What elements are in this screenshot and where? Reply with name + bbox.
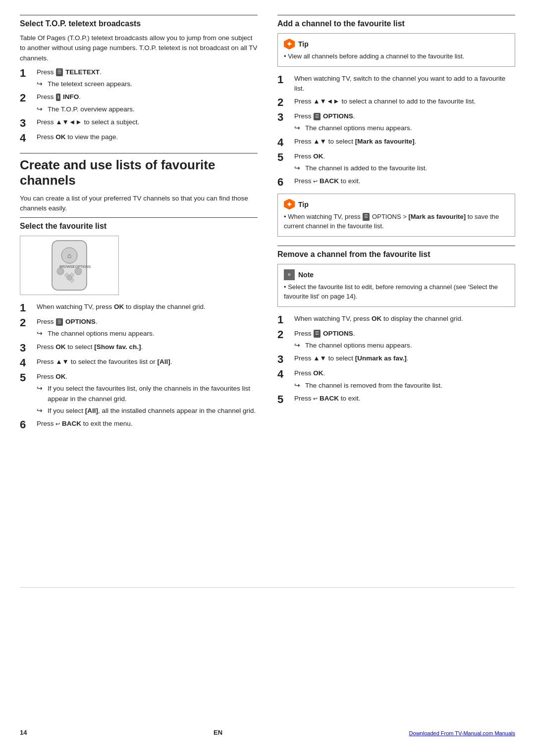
options-icon-tip2: ☰: [363, 213, 370, 221]
add-fav-step-4: 4 Press ▲▼ to select [Mark as favourite]…: [277, 137, 515, 149]
top-step-2: 2 Press ℹ INFO. ↪The T.O.P. overview app…: [20, 92, 258, 114]
rem-fav-step-2: 2 Press ☰ OPTIONS. ↪The channel options …: [277, 329, 515, 351]
top-step-2-sub: The T.O.P. overview appears.: [48, 104, 135, 114]
select-fav-title: Select the favourite list: [20, 222, 258, 231]
svg-point-5: [57, 268, 64, 275]
add-fav-step-5: 5 Press OK. ↪The channel is added to the…: [277, 151, 515, 174]
teletext-icon: ☰: [56, 68, 63, 76]
fav-channels-body: You can create a list of your preferred …: [20, 194, 258, 214]
svg-point-6: [75, 268, 82, 275]
rem-fav-step-4: 4 Press OK. ↪The channel is removed from…: [277, 368, 515, 391]
tip-icon-2: ✦: [284, 199, 295, 210]
sub-select-fav-list: Select the favourite list ⌂ BROWSE OPTIO…: [20, 217, 258, 431]
tip-box-2: ✦ Tip When watching TV, press ☰ OPTIONS …: [277, 194, 515, 237]
select-fav-steps: 1 When watching TV, press OK to display …: [20, 302, 258, 431]
note-box-title: ≡ Note: [284, 269, 509, 280]
rem-fav-step-5: 5 Press ↩ BACK to exit.: [277, 394, 515, 405]
sel-fav-step-1: 1 When watching TV, press OK to display …: [20, 302, 258, 314]
section-fav-channels: Create and use lists of favourite channe…: [20, 153, 258, 431]
add-fav-step-1: 1 When watching TV, switch to the channe…: [277, 74, 515, 94]
svg-text:⌂: ⌂: [67, 252, 71, 259]
add-fav-step-3: 3 Press ☰ OPTIONS. ↪The channel options …: [277, 111, 515, 134]
tip-icon-1: ✦: [284, 39, 295, 50]
note-box-text: Select the favourite list to edit, befor…: [284, 282, 509, 302]
svg-point-11: [67, 275, 72, 280]
section-add-fav: Add a channel to the favourite list ✦ Ti…: [277, 15, 515, 237]
sel-fav-step-5: 5 Press OK. ↪If you select the favourite…: [20, 372, 258, 416]
sel-fav-step-4: 4 Press ▲▼ to select the favourites list…: [20, 357, 258, 369]
divider-top: [20, 15, 258, 15]
section-top-title: Select T.O.P. teletext broadcasts: [20, 19, 258, 28]
section-top-body: Table Of Pages (T.O.P.) teletext broadca…: [20, 33, 258, 63]
top-step-4: 4 Press OK to view the page.: [20, 132, 258, 144]
note-box: ≡ Note Select the favourite list to edit…: [277, 264, 515, 307]
add-fav-step-6: 6 Press ↩ BACK to exit.: [277, 176, 515, 188]
top-step-1-sub: The teletext screen appears.: [48, 79, 132, 89]
section-remove-fav: Remove a channel from the favourite list…: [277, 246, 515, 406]
divider-remove-fav: [277, 246, 515, 246]
tip-box-1-text: View all channels before adding a channe…: [284, 51, 509, 61]
remove-fav-title: Remove a channel from the favourite list: [277, 250, 515, 259]
options-icon-right3: ☰: [314, 113, 321, 121]
divider-fav: [20, 153, 258, 153]
page-lang: EN: [214, 729, 222, 736]
download-link[interactable]: Downloaded From TV-Manual.com Manuals: [409, 730, 515, 736]
sel-fav-step-3: 3 Press OK to select [Show fav. ch.].: [20, 342, 258, 354]
fav-channels-title: Create and use lists of favourite channe…: [20, 157, 258, 188]
sel-fav-step-2: 2 Press ☰ OPTIONS. ↪The channel options …: [20, 317, 258, 339]
add-fav-steps: 1 When watching TV, switch to the channe…: [277, 74, 515, 189]
sel-fav-step-6: 6 Press ↩ BACK to exit the menu.: [20, 419, 258, 431]
section-top-teletext: Select T.O.P. teletext broadcasts Table …: [20, 15, 258, 144]
tip-box-2-title: ✦ Tip: [284, 199, 509, 210]
divider-select-fav: [20, 217, 258, 218]
tip-box-1-title: ✦ Tip: [284, 39, 509, 50]
remove-fav-steps: 1 When watching TV, press OK to display …: [277, 314, 515, 406]
top-step-3: 3 Press ▲▼◄► to select a subject.: [20, 117, 258, 129]
remote-image: ⌂ BROWSE OPTIONS: [20, 236, 119, 295]
options-icon-rem2: ☰: [314, 330, 321, 338]
svg-text:BROWSE: BROWSE: [59, 265, 75, 268]
options-icon-left2: ☰: [56, 318, 63, 326]
top-step-1: 1 Press ☰ TELETEXT. ↪The teletext screen…: [20, 67, 258, 90]
page-footer: 14 EN Downloaded From TV-Manual.com Manu…: [20, 587, 515, 736]
tip-box-1: ✦ Tip View all channels before adding a …: [277, 33, 515, 67]
top-steps-list: 1 Press ☰ TELETEXT. ↪The teletext screen…: [20, 67, 258, 144]
remote-svg: ⌂ BROWSE OPTIONS: [25, 238, 114, 293]
info-icon: ℹ: [56, 94, 60, 101]
tip-box-2-text: When watching TV, press ☰ OPTIONS > [Mar…: [284, 212, 509, 231]
divider-add-fav: [277, 15, 515, 15]
add-fav-title: Add a channel to the favourite list: [277, 19, 515, 28]
page-number: 14: [20, 729, 27, 736]
rem-fav-step-1: 1 When watching TV, press OK to display …: [277, 314, 515, 326]
note-icon: ≡: [284, 269, 295, 280]
add-fav-step-2: 2 Press ▲▼◄► to select a channel to add …: [277, 97, 515, 108]
rem-fav-step-3: 3 Press ▲▼ to select [Unmark as fav.].: [277, 353, 515, 365]
